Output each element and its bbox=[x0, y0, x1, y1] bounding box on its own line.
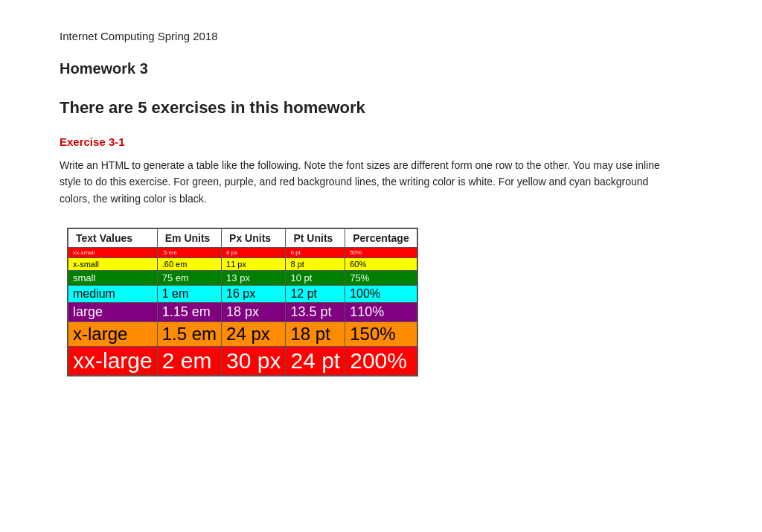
table-row: small75 em13 px10 pt75% bbox=[68, 271, 417, 286]
table-row: x-small.60 em11 px8 pt60% bbox=[68, 258, 417, 271]
table-cell: 24 px bbox=[222, 322, 286, 347]
table-cell: x-large bbox=[68, 322, 157, 347]
col-header-px-units: Px Units bbox=[222, 228, 286, 248]
col-header-percentage: Percentage bbox=[345, 228, 417, 248]
table-cell: 24 pt bbox=[286, 347, 345, 376]
table-row: x-large1.5 em24 px18 pt150% bbox=[68, 322, 417, 347]
table-row: medium1 em16 px12 pt100% bbox=[68, 286, 417, 303]
table-cell: 1.5 em bbox=[157, 322, 221, 347]
font-size-table: Text Values Em Units Px Units Pt Units P… bbox=[67, 228, 418, 376]
table-cell: 18 px bbox=[222, 303, 286, 322]
table-cell: x-small bbox=[68, 258, 157, 271]
table-cell: 18 pt bbox=[286, 322, 345, 347]
table-cell: 6 pt bbox=[286, 248, 345, 258]
exercises-title: There are 5 exercises in this homework bbox=[60, 98, 702, 118]
table-cell: 30 px bbox=[222, 347, 286, 376]
table-cell: small bbox=[68, 271, 157, 286]
table-row: xx-small.5 em8 px6 pt50% bbox=[68, 248, 417, 258]
table-cell: 75 em bbox=[157, 271, 221, 286]
table-cell: xx-large bbox=[68, 347, 157, 376]
table-row: xx-large2 em30 px24 pt200% bbox=[68, 347, 417, 376]
col-header-text-values: Text Values bbox=[68, 228, 157, 248]
table-cell: 13 px bbox=[222, 271, 286, 286]
course-title: Internet Computing Spring 2018 bbox=[60, 30, 702, 42]
table-header-row: Text Values Em Units Px Units Pt Units P… bbox=[68, 228, 417, 248]
exercise-description: Write an HTML to generate a table like t… bbox=[60, 157, 670, 207]
table-cell: large bbox=[68, 303, 157, 322]
table-cell: 1.15 em bbox=[157, 303, 221, 322]
table-row: large1.15 em18 px13.5 pt110% bbox=[68, 303, 417, 322]
table-cell: 11 px bbox=[222, 258, 286, 271]
table-cell: 50% bbox=[345, 248, 417, 258]
table-cell: 12 pt bbox=[286, 286, 345, 303]
table-cell: 110% bbox=[345, 303, 417, 322]
table-cell: 150% bbox=[345, 322, 417, 347]
table-cell: .60 em bbox=[157, 258, 221, 271]
table-cell: 200% bbox=[345, 347, 417, 376]
col-header-pt-units: Pt Units bbox=[286, 228, 345, 248]
homework-title: Homework 3 bbox=[60, 60, 702, 77]
table-cell: 13.5 pt bbox=[286, 303, 345, 322]
col-header-em-units: Em Units bbox=[157, 228, 221, 248]
table-cell: 10 pt bbox=[286, 271, 345, 286]
table-cell: 100% bbox=[345, 286, 417, 303]
table-cell: 60% bbox=[345, 258, 417, 271]
table-cell: 8 pt bbox=[286, 258, 345, 271]
table-cell: 2 em bbox=[157, 347, 221, 376]
table-cell: .5 em bbox=[157, 248, 221, 258]
table-cell: 75% bbox=[345, 271, 417, 286]
table-cell: 16 px bbox=[222, 286, 286, 303]
table-cell: 1 em bbox=[157, 286, 221, 303]
exercise-label: Exercise 3-1 bbox=[60, 135, 702, 148]
table-cell: xx-small bbox=[68, 248, 157, 258]
table-cell: medium bbox=[68, 286, 157, 303]
table-cell: 8 px bbox=[222, 248, 286, 258]
